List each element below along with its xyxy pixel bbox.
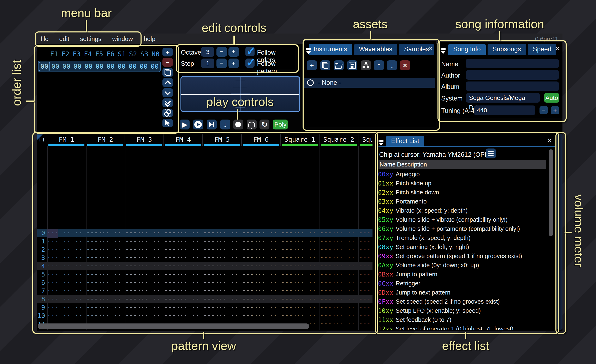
order-move-up-button[interactable]: [163, 78, 173, 87]
pattern-cell[interactable]: ··· ·· ·· ····: [47, 245, 86, 254]
pattern-cell[interactable]: ··· ·· ·· ····: [164, 229, 203, 238]
pattern-cell[interactable]: ··· ·· ·· ····: [242, 229, 281, 238]
pattern-cell[interactable]: ··· ·· ·· ····: [242, 287, 281, 296]
order-duplicate-button[interactable]: [163, 68, 173, 77]
pattern-cell[interactable]: ··· ·· ·· ····: [320, 237, 358, 246]
follow-orders-checkbox[interactable]: [246, 47, 254, 56]
pattern-cell[interactable]: ··· ·· ·· ····: [86, 270, 125, 279]
pattern-cell[interactable]: ··· ·· ·· ····: [125, 229, 164, 238]
pattern-row[interactable]: 4··· ·· ·· ······· ·· ·· ······· ·· ·· ·…: [37, 262, 372, 270]
album-input[interactable]: [466, 81, 559, 91]
pattern-row[interactable]: 2··· ·· ·· ······· ·· ·· ······· ·· ·· ·…: [37, 245, 372, 254]
step-decrement-button[interactable]: −: [216, 58, 227, 68]
channel-header-fm-2[interactable]: FM 2: [86, 134, 125, 146]
pattern-cell[interactable]: ··· ·· ·· ····: [86, 312, 125, 320]
tab-speed[interactable]: Speed: [528, 44, 557, 55]
order-cell[interactable]: 00: [72, 62, 83, 70]
octave-increment-button[interactable]: +: [229, 47, 239, 57]
pattern-cell[interactable]: ··· ·· ·· ····: [358, 303, 372, 312]
pattern-cell[interactable]: ··· ·· ·· ····: [320, 287, 358, 296]
pattern-cell[interactable]: ··· ·· ·· ····: [281, 262, 320, 271]
pattern-cell[interactable]: ··· ·· ·· ····: [47, 278, 86, 287]
pattern-cell[interactable]: ··· ·· ·· ····: [358, 270, 372, 279]
channel-header-fm-6[interactable]: FM 6: [242, 134, 281, 146]
pattern-row[interactable]: 10··· ·· ·· ······· ·· ·· ······· ·· ·· …: [37, 312, 372, 320]
asset-open-button[interactable]: [334, 60, 344, 70]
channel-header-square-2[interactable]: Square 2: [320, 134, 358, 146]
channel-header-fm-5[interactable]: FM 5: [203, 134, 242, 146]
pattern-cell[interactable]: ··· ·· ·· ····: [358, 237, 372, 246]
pattern-row[interactable]: 8··· ·· ·· ······· ·· ·· ······· ·· ·· ·…: [37, 295, 372, 303]
pattern-cell[interactable]: ··· ·· ·· ····: [358, 287, 372, 296]
pattern-options-button[interactable]: ++: [38, 136, 45, 143]
channel-header-fm-3[interactable]: FM 3: [125, 134, 164, 146]
pattern-row[interactable]: 5··· ·· ·· ······· ·· ·· ······· ·· ·· ·…: [37, 270, 372, 278]
system-input[interactable]: Sega Genesis/Mega Drive: [466, 93, 540, 102]
tab-song-info[interactable]: Song Info: [448, 44, 486, 55]
play-from-cursor-button[interactable]: [193, 120, 203, 130]
pattern-cell[interactable]: ··· ·· ·· ····: [164, 245, 203, 254]
tuning-input[interactable]: 440: [474, 105, 535, 115]
tab-instruments[interactable]: Instruments: [309, 44, 352, 55]
pattern-cell[interactable]: ··· ·· ·· ····: [86, 229, 125, 238]
step-row-button[interactable]: ↓: [220, 120, 230, 130]
pattern-cell[interactable]: ··· ·· ·· ····: [203, 287, 242, 296]
pattern-cell[interactable]: ··· ·· ·· ····: [164, 262, 203, 271]
pattern-cell[interactable]: ··· ·· ·· ····: [47, 295, 86, 304]
asset-delete-button[interactable]: ×: [400, 60, 410, 70]
pattern-cell[interactable]: ··· ·· ·· ····: [242, 295, 281, 304]
pattern-cell[interactable]: ··· ·· ·· ····: [358, 254, 372, 263]
pattern-cell[interactable]: ··· ·· ·· ····: [358, 245, 372, 254]
pattern-cell[interactable]: ··· ·· ·· ····: [281, 237, 320, 246]
order-move-down-button[interactable]: [163, 88, 173, 97]
tuning-decrement-button[interactable]: −: [539, 106, 548, 114]
pattern-cell[interactable]: ··· ·· ·· ····: [320, 320, 358, 329]
pattern-cell[interactable]: ··· ·· ·· ····: [358, 278, 372, 287]
pattern-cell[interactable]: ··· ·· ·· ····: [320, 229, 358, 238]
pattern-cell[interactable]: ··· ·· ·· ····: [320, 312, 358, 320]
pattern-cell[interactable]: ··· ·· ·· ····: [125, 237, 164, 246]
pattern-cell[interactable]: ··· ·· ·· ····: [164, 312, 203, 320]
repeat-pattern-button[interactable]: ↻: [260, 120, 269, 130]
order-cell[interactable]: 00: [94, 62, 105, 70]
order-add-button[interactable]: +: [163, 48, 173, 57]
poly-button[interactable]: Poly: [273, 120, 288, 130]
instrument-list-item[interactable]: - None -: [304, 78, 435, 88]
pattern-cell[interactable]: ··· ·· ·· ····: [281, 287, 320, 296]
pattern-cell[interactable]: ··· ·· ·· ····: [242, 237, 281, 246]
pattern-cell[interactable]: ··· ·· ·· ····: [281, 303, 320, 312]
pattern-cell[interactable]: ··· ·· ·· ····: [358, 295, 372, 304]
pattern-cell[interactable]: ··· ·· ·· ····: [281, 270, 320, 279]
pattern-cell[interactable]: ··· ·· ·· ····: [86, 254, 125, 263]
channel-header-fm-1[interactable]: FM 1: [47, 134, 86, 146]
pattern-cell[interactable]: ··· ·· ·· ····: [242, 262, 281, 271]
pattern-cell[interactable]: ··· ·· ·· ····: [358, 312, 372, 320]
pattern-cell[interactable]: ··· ·· ·· ····: [47, 254, 86, 263]
collapse-icon[interactable]: [378, 139, 384, 146]
pattern-row[interactable]: 0··· ·· ·· ······· ·· ·· ······· ·· ·· ·…: [37, 229, 372, 237]
pattern-cell[interactable]: ··· ·· ·· ····: [125, 270, 164, 279]
pattern-cell[interactable]: ··· ·· ·· ····: [47, 229, 86, 238]
tab-effect-list[interactable]: Effect List: [386, 136, 424, 146]
menu-item-window[interactable]: window: [112, 35, 133, 42]
vertical-scrollbar[interactable]: [549, 149, 553, 236]
pattern-cell[interactable]: ··· ·· ·· ····: [242, 312, 281, 320]
pattern-cell[interactable]: ··· ·· ·· ····: [47, 312, 86, 320]
pattern-cell[interactable]: ··· ·· ·· ····: [320, 254, 358, 263]
order-cell[interactable]: 00: [116, 62, 127, 70]
pattern-cell[interactable]: ··· ·· ·· ····: [86, 237, 125, 246]
pattern-cell[interactable]: ··· ·· ·· ····: [203, 278, 242, 287]
pattern-row[interactable]: 3··· ·· ·· ······· ·· ·· ······· ·· ·· ·…: [37, 254, 372, 262]
asset-move-down-button[interactable]: ↓: [387, 60, 397, 70]
pattern-cell[interactable]: ··· ·· ·· ····: [320, 303, 358, 312]
pattern-cell[interactable]: ··· ·· ·· ····: [47, 262, 86, 271]
follow-pattern-checkbox[interactable]: [246, 58, 254, 68]
pattern-cell[interactable]: ··· ·· ·· ····: [242, 278, 281, 287]
pattern-cell[interactable]: ··· ·· ·· ····: [164, 303, 203, 312]
pattern-cell[interactable]: ··· ·· ·· ····: [281, 312, 320, 320]
pattern-cell[interactable]: ··· ·· ·· ····: [125, 295, 164, 304]
order-cell[interactable]: 00: [83, 62, 94, 70]
order-cell[interactable]: 00: [105, 62, 116, 70]
pattern-row[interactable]: 7··· ·· ·· ······· ·· ·· ······· ·· ·· ·…: [37, 287, 372, 295]
pattern-cell[interactable]: ··· ·· ·· ····: [358, 262, 372, 271]
